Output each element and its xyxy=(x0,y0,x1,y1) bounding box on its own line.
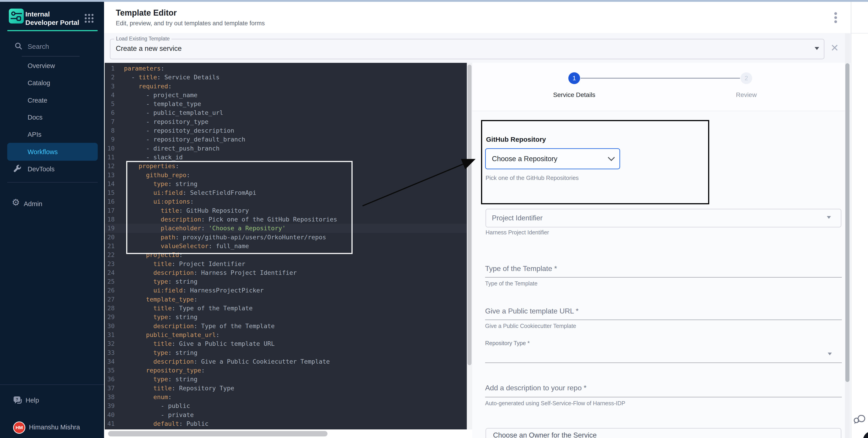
repository-type-select[interactable] xyxy=(485,363,842,363)
editor-line[interactable]: 9 - repository_default_branch xyxy=(105,135,472,144)
sidebar-item-workflows-label: Workflows xyxy=(28,147,58,157)
load-template-caret-icon xyxy=(815,47,819,50)
repo-description-helper: Auto-generated using Self-Service-Flow o… xyxy=(485,400,625,407)
editor-line[interactable]: 3 required: xyxy=(105,82,472,91)
wrench-icon xyxy=(13,164,22,173)
editor-line[interactable]: 28 title: Type of the Template xyxy=(105,304,472,312)
stepper-step-1-label: Service Details xyxy=(540,91,608,99)
sidebar: Internal Developer Portal Search Overvie… xyxy=(0,2,104,438)
editor-line[interactable]: 27 template_type: xyxy=(105,295,472,304)
editor-line[interactable]: 38 enum: xyxy=(105,393,472,401)
app-grid-icon[interactable] xyxy=(84,13,94,23)
editor-line[interactable]: 34 description: Give a Public Cookiecutt… xyxy=(105,357,472,366)
stepper-step-1-number: 1 xyxy=(572,75,576,82)
editor-line[interactable]: 8 - repositoty_description xyxy=(105,126,472,135)
editor-line[interactable]: 4 - project_name xyxy=(105,91,472,99)
editor-line[interactable]: 26 ui:field: HarnessProjectPicker xyxy=(105,286,472,295)
project-identifier-helper: Harness Project Identifier xyxy=(486,229,549,236)
page-vertical-scrollbar-thumb[interactable] xyxy=(845,63,849,382)
sidebar-item-apis[interactable]: APIs xyxy=(28,129,41,140)
editor-line[interactable]: 23 title: Project Identifier xyxy=(105,260,472,268)
sidebar-item-overview[interactable]: Overview xyxy=(28,61,55,71)
sidebar-item-help[interactable]: Help xyxy=(26,395,39,405)
editor-line[interactable]: 36 type: string xyxy=(105,375,472,383)
sidebar-accent-rule xyxy=(7,30,98,31)
avatar-initials: HM xyxy=(16,425,23,430)
kebab-menu-icon[interactable] xyxy=(833,11,838,29)
clear-template-button[interactable]: ✕ xyxy=(831,42,839,54)
github-repository-helper: Pick one of the GitHub Repositories xyxy=(486,174,579,181)
editor-line[interactable]: 31 public_template_url: xyxy=(105,330,472,339)
editor-line[interactable]: 40 - private xyxy=(105,410,472,419)
editor-line[interactable]: 35 repository_type: xyxy=(105,366,472,375)
editor-line[interactable]: 2 - title: Service Details xyxy=(105,73,472,81)
editor-line[interactable]: 33 type: string xyxy=(105,348,472,357)
load-template-select[interactable] xyxy=(110,39,824,59)
page-subtitle: Edit, preview, and try out templates and… xyxy=(116,20,265,27)
editor-line[interactable]: 41 default: Public xyxy=(105,419,472,428)
sidebar-item-catalog[interactable]: Catalog xyxy=(28,78,50,88)
page-vertical-scrollbar[interactable] xyxy=(845,33,850,438)
public-url-helper: Give a Public Cookiecutter Template xyxy=(485,323,576,329)
search-underline xyxy=(22,56,80,57)
public-url-underline xyxy=(485,319,842,320)
editor-line[interactable]: 5 - template_type xyxy=(105,99,472,108)
corner-widget-button[interactable] xyxy=(863,431,868,438)
sidebar-item-create[interactable]: Create xyxy=(28,95,47,106)
editor-horizontal-scrollbar-thumb[interactable] xyxy=(108,431,328,436)
sidebar-item-admin[interactable]: Admin xyxy=(24,199,42,209)
chat-bubbles-icon[interactable] xyxy=(852,411,866,425)
user-name[interactable]: Himanshu Mishra xyxy=(29,422,80,433)
editor-line[interactable]: 10 - direct_push_branch xyxy=(105,144,472,153)
editor-line[interactable]: 29 type: string xyxy=(105,312,472,322)
gear-icon: ⚙ xyxy=(12,197,20,207)
editor-line[interactable]: 11 - slack_id xyxy=(105,153,472,162)
content-right-border xyxy=(851,2,851,438)
editor-line[interactable]: 25 type: string xyxy=(105,277,472,286)
editor-line[interactable]: 6 - public_template_url xyxy=(105,108,472,117)
public-url-field[interactable]: Give a Public template URL * xyxy=(485,307,579,315)
editor-line[interactable]: 24 description: Harness Project Identifi… xyxy=(105,268,472,277)
template-type-field[interactable]: Type of the Template * xyxy=(485,264,557,273)
avatar[interactable]: HM xyxy=(13,422,25,434)
editor-line[interactable]: 1parameters: xyxy=(105,64,472,73)
editor-vertical-scrollbar[interactable] xyxy=(467,63,472,429)
editor-line[interactable]: 30 description: Type of the Template xyxy=(105,322,472,330)
load-template-value: Create a new service xyxy=(116,39,182,58)
editor-line[interactable]: 37 title: Repository Type xyxy=(105,384,472,393)
editor-line[interactable]: 32 title: Give a Public template URL xyxy=(105,339,472,348)
editor-vertical-scrollbar-thumb[interactable] xyxy=(467,65,471,365)
svg-text:?: ? xyxy=(16,397,18,402)
template-editor-page: Internal Developer Portal Search Overvie… xyxy=(0,0,868,438)
page-title: Template Editor xyxy=(116,8,177,18)
stepper-step-2-label: Review xyxy=(724,91,769,99)
project-identifier-caret-icon xyxy=(827,216,831,219)
stepper-step-2[interactable]: 2 xyxy=(740,72,752,84)
editor-line[interactable]: 39 - public xyxy=(105,401,472,410)
template-type-underline xyxy=(485,277,842,277)
repo-description-field[interactable]: Add a description to your repo * xyxy=(485,384,586,392)
stepper-step-1[interactable]: 1 xyxy=(568,72,580,84)
help-chat-icon: ? xyxy=(13,396,23,406)
repo-description-underline xyxy=(485,397,842,397)
sidebar-item-workflows[interactable]: Workflows xyxy=(7,143,98,161)
github-repository-label: GitHub Repository xyxy=(486,136,546,143)
sidebar-item-devtools[interactable]: DevTools xyxy=(28,164,55,174)
sidebar-title: Internal Developer Portal xyxy=(25,10,84,27)
idp-logo-icon[interactable] xyxy=(9,9,24,24)
search-input[interactable]: Search xyxy=(28,43,49,50)
github-repository-select-value: Choose a Repository xyxy=(492,148,557,169)
sidebar-divider xyxy=(7,182,98,182)
stepper-step-2-number: 2 xyxy=(745,75,748,82)
repository-type-caret-icon xyxy=(828,352,832,355)
project-identifier-placeholder: Project Identifier xyxy=(492,209,542,227)
stepper-zone xyxy=(472,63,851,111)
editor-horizontal-scrollbar[interactable] xyxy=(105,429,472,438)
editor-line[interactable]: 7 - repository_type xyxy=(105,117,472,126)
owner-select-placeholder: Choose an Owner for the Service xyxy=(493,431,597,438)
window-top-strip xyxy=(0,0,868,2)
repository-type-label: Repository Type * xyxy=(485,340,530,346)
sidebar-item-docs[interactable]: Docs xyxy=(28,112,42,123)
page-header xyxy=(104,2,868,33)
template-type-helper: Type of the Template xyxy=(485,280,537,287)
